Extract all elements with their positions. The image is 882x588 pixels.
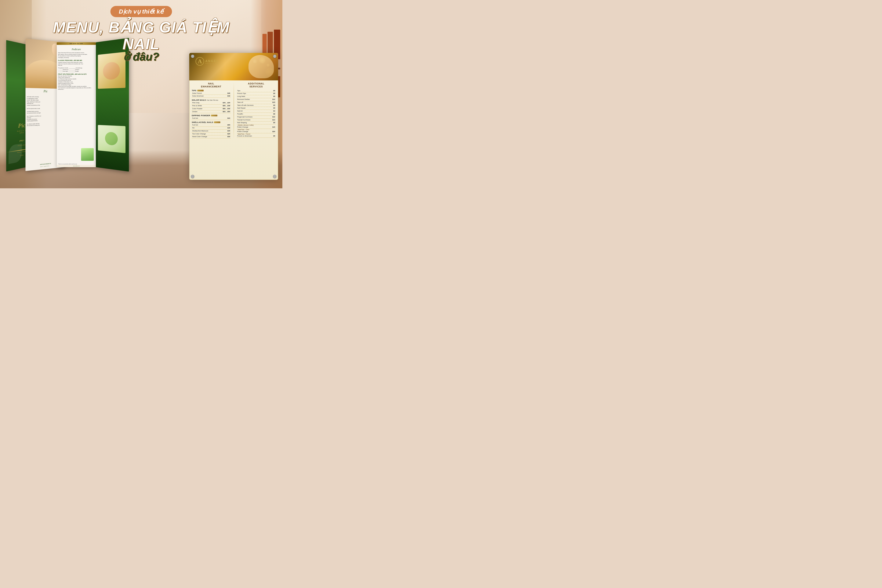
- dipping-fullset-price: $43: [227, 117, 230, 120]
- shellac-title: SHELLAC/GEL NAILS: [192, 121, 231, 123]
- right-col-title: ADDITIONALSERVICES: [237, 82, 276, 88]
- french-tips-name: French Tips: [237, 92, 273, 95]
- nail-repair-name: Nail Repair: [237, 107, 273, 110]
- left-col-title: NAILENHANCEMENT: [192, 82, 231, 88]
- photo-overlay: [81, 148, 94, 161]
- ombre-name: Ombre: [192, 111, 223, 113]
- dipping-powder-section: DIPPING POWDER Full Set $43: [192, 114, 231, 120]
- polish-change-2-price: $20: [272, 130, 275, 133]
- badge-text: Dịch vụ thiết kế: [119, 8, 164, 15]
- toenail-cutdown-price: $13: [272, 119, 275, 122]
- nails-toes-french-note: Nails/Toes - French: [237, 133, 276, 135]
- take-off-name: Take off: [237, 101, 272, 104]
- main-title-container: MENU, BẢNG GIÁ TIỆM NAIL ở đâu?: [46, 19, 236, 63]
- dipping-fullset-name: Full Set: [192, 117, 227, 120]
- right-title-text: ADDITIONALSERVICES: [248, 82, 264, 88]
- toe-color-name: Toe Color Change: [192, 133, 227, 135]
- fingernail-cutdown-name: Fingernail Cut Down: [237, 116, 272, 118]
- take-off-services-price: $5: [273, 104, 275, 107]
- shellac-badge: [214, 122, 220, 123]
- polish-change-2-item: Polish Change $20: [237, 130, 276, 133]
- shellac-fullset-item: Full Set $55: [192, 124, 231, 127]
- removal-shellac-price: $12: [272, 98, 275, 101]
- hand-color-item: Hand Color Change $30: [192, 135, 231, 138]
- nail-circle-2: [105, 132, 118, 146]
- long-nails-item: Long Nails $5: [237, 95, 276, 98]
- french-american-name: French or American: [237, 135, 273, 138]
- nail-art-name: Nail Art: [237, 110, 273, 112]
- shellac-fullset-price: $55: [227, 124, 230, 126]
- shellac-fill-price: $45: [227, 127, 230, 129]
- main-title: MENU, BẢNG GIÁ TIỆM NAIL: [46, 19, 236, 52]
- tips-title: TIPS: [192, 90, 231, 92]
- solar-american-name: Solar American: [192, 95, 227, 98]
- tips-add-price: $5: [273, 90, 275, 92]
- nail-repair-item: Nail Repair $5: [237, 107, 276, 110]
- fruit-pedicure: FRUIT SPA PEDICURE...$65 with Gel $75: [58, 73, 95, 75]
- polish-change-1-price: $15: [272, 126, 275, 129]
- tips-add-name: Tips: [237, 90, 273, 92]
- nail-circle: [103, 62, 120, 80]
- tips-badge: [197, 90, 204, 92]
- french-tips-item: French Tips $5: [237, 92, 276, 95]
- take-off-item: Take off $15: [237, 101, 276, 104]
- solar-nails-title: SOLAR NAILS Full Set Fill-ins: [192, 99, 231, 101]
- nail-shaping-item: Nail Shaping $5: [237, 122, 276, 124]
- nail-art-price: $4: [273, 110, 275, 112]
- tips-section: TIPS Solar French $48 Solar American $48: [192, 90, 231, 98]
- left-title-text: NAILENHANCEMENT: [201, 82, 221, 88]
- fruit-desc: Start your day Kiwi, Smoothie, Cherry Sc…: [58, 75, 95, 90]
- classic-items: This pedicure include: ____________Aroma…: [58, 67, 95, 72]
- solar-nails-label: SOLAR NAILS: [192, 99, 206, 101]
- paraffin-name: Paraffin: [237, 113, 273, 116]
- take-off-services-name: Take off with Services: [237, 104, 273, 107]
- ombre-item: Ombre $60__$50: [192, 111, 231, 113]
- pink-only-price: $45__$35: [223, 102, 230, 104]
- take-off-services-item: Take off with Services $5: [237, 104, 276, 107]
- pink-white-name: Pink & White: [192, 105, 223, 107]
- nail-photo-mini: [81, 148, 94, 161]
- additional-section: Tips $5 French Tips $5 Long Nails $5 Rem…: [237, 90, 276, 138]
- shellac-fill-item: Fill $45: [192, 127, 231, 130]
- solar-nails-sub: Full Set Fill-ins: [207, 99, 218, 101]
- pink-only-name: Pink Only: [192, 102, 223, 104]
- nail-art-photo-2: [98, 125, 125, 153]
- removal-shellac-item: Removal Shellac $12: [237, 98, 276, 101]
- nail-art-inner: [98, 125, 125, 153]
- nail-shaping-name: Nail Shaping: [237, 122, 273, 124]
- board-left-col: NAILENHANCEMENT TIPS Solar French $48 So…: [192, 82, 231, 140]
- ombre-price: $60__$50: [223, 111, 230, 113]
- toe-color-price: $25: [227, 133, 230, 135]
- sub-title: ở đâu?: [46, 50, 236, 63]
- nail-art-item: Nail Art $4: [237, 110, 276, 113]
- color-powder-name: Color Powder: [192, 108, 223, 110]
- screw-bottom-right: [273, 175, 276, 178]
- french-american-price: $5: [273, 135, 275, 138]
- header-badge: Dịch vụ thiết kế: [111, 6, 172, 17]
- dipping-title: DIPPING POWDER: [192, 114, 231, 117]
- solar-nails-section: SOLAR NAILS Full Set Fill-ins Pink Only …: [192, 99, 231, 113]
- paraffin-price: $8: [273, 113, 275, 116]
- website: www.vietlara.com: [57, 165, 96, 167]
- polish-change-2-name: Polish Change: [237, 130, 272, 133]
- solar-american-item: Solar American $48: [192, 95, 231, 98]
- shellac-fullset-name: Full Set: [192, 124, 227, 126]
- removal-shellac-name: Removal Shellac: [237, 98, 272, 101]
- paraffin-item: Paraffin $8: [237, 113, 276, 116]
- board-content-area: NAILENHANCEMENT TIPS Solar French $48 So…: [189, 80, 278, 141]
- french-tips-price: $5: [273, 92, 275, 95]
- polish-change-1-name: Polish Change: [237, 126, 272, 129]
- pink-white-item: Pink & White $55__$48: [192, 105, 231, 108]
- pink-only-item: Pink Only $45__$35: [192, 102, 231, 105]
- shellac-fill-name: Fill: [192, 127, 227, 129]
- shellac-manicure-price: $35: [227, 130, 230, 132]
- solar-french-price: $48: [227, 92, 230, 95]
- stiletto-note: (Stiletto, Almond, Coffin): [237, 124, 276, 126]
- board-right-col: ADDITIONALSERVICES Tips $5 French Tips $…: [237, 82, 276, 140]
- shellac-manicure-item: Shellac/Gel Manicure $35: [192, 130, 231, 133]
- polish-change-1-item: Polish Change $15: [237, 126, 276, 129]
- tips-label: TIPS: [192, 90, 197, 92]
- french-american-item: French or American $5: [237, 135, 276, 138]
- dipping-fullset-item: Full Set $43: [192, 117, 231, 120]
- shellac-manicure-name: Shellac/Gel Manicure: [192, 130, 227, 132]
